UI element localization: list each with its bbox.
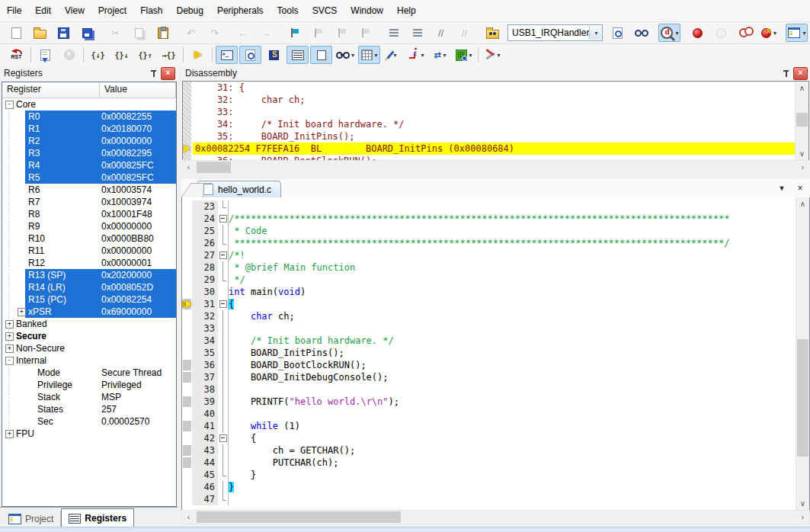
- code-line[interactable]: 45 }: [182, 469, 796, 481]
- code-line[interactable]: 25 * Code: [182, 225, 796, 237]
- register-row[interactable]: -Internal: [2, 354, 176, 367]
- register-row[interactable]: +Non-Secure: [2, 342, 176, 354]
- disassembly-vscroll-track[interactable]: [796, 95, 808, 147]
- code-line[interactable]: 34 /* Init board hardware. */: [182, 335, 796, 347]
- register-row[interactable]: PrivilegePrivileged: [2, 379, 176, 391]
- disassembly-vscrollbar[interactable]: ∧ ∨: [795, 82, 808, 160]
- code-line[interactable]: 23: [182, 200, 796, 213]
- serial-window-button[interactable]: ▾: [382, 46, 404, 64]
- system-viewer-dropdown-arrow[interactable]: ▾: [469, 52, 472, 59]
- menu-svcs[interactable]: SVCS: [306, 0, 344, 21]
- menu-flash[interactable]: Flash: [133, 0, 169, 21]
- menu-project[interactable]: Project: [91, 0, 133, 21]
- menu-peripherals[interactable]: Peripherals: [210, 0, 271, 21]
- register-row[interactable]: ModeSecure Thread: [2, 367, 176, 379]
- disassembly-vscroll-thumb[interactable]: [796, 113, 808, 127]
- register-row[interactable]: R13 (SP)0x20200000: [2, 269, 176, 281]
- disable-breakpoint-button[interactable]: [710, 24, 732, 42]
- code-line[interactable]: 39 PRINTF("hello world.\r\n");: [182, 396, 796, 408]
- register-row[interactable]: +Secure: [2, 330, 176, 342]
- run-button[interactable]: [34, 46, 56, 64]
- code-line[interactable]: 38: [182, 383, 796, 396]
- editor-hscroll-track[interactable]: [195, 511, 796, 524]
- menu-help[interactable]: Help: [390, 0, 423, 21]
- code-line[interactable]: 37 BOARD_InitDebugConsole();: [182, 371, 796, 383]
- disassembly-hscroll-thumb[interactable]: [197, 162, 231, 173]
- find-in-files-button[interactable]: [607, 24, 629, 42]
- code-line[interactable]: 41 while (1): [182, 420, 796, 432]
- fold-collapse-box[interactable]: [218, 432, 229, 444]
- close-document-icon[interactable]: ×: [793, 181, 807, 194]
- code-line[interactable]: 43 ch = GETCHAR();: [182, 444, 796, 457]
- search-word-button[interactable]: [630, 24, 652, 42]
- scroll-right-icon[interactable]: ›: [796, 511, 809, 524]
- collapse-icon[interactable]: -: [5, 101, 14, 109]
- symbol-window-button[interactable]: [263, 46, 285, 64]
- editor-hscroll-thumb[interactable]: [197, 511, 401, 523]
- code-line[interactable]: 28 * @brief Main function: [182, 261, 796, 274]
- code-line[interactable]: 29 */: [182, 274, 796, 286]
- fold-collapse-box[interactable]: [218, 298, 229, 310]
- disassembly-line[interactable]: 32: char ch;: [193, 94, 795, 106]
- call-stack-window-button[interactable]: [310, 46, 332, 64]
- run-to-cursor-button[interactable]: →{}: [158, 46, 180, 64]
- expand-icon[interactable]: +: [18, 308, 26, 316]
- register-row[interactable]: +FPU: [2, 428, 176, 440]
- insert-breakpoint-button[interactable]: [687, 24, 709, 42]
- tab-registers[interactable]: Registers: [61, 508, 134, 527]
- scroll-left-icon[interactable]: ‹: [182, 511, 195, 524]
- auto-hide-pin-icon[interactable]: [783, 69, 790, 78]
- scroll-down-icon[interactable]: ∨: [796, 147, 808, 160]
- disassembly-window-button[interactable]: [239, 46, 261, 64]
- kill-all-breakpoints-dropdown-arrow[interactable]: ▾: [773, 30, 776, 37]
- cut-button[interactable]: ✂: [104, 24, 126, 42]
- editor-vscroll-track[interactable]: [796, 210, 809, 497]
- register-row[interactable]: R90x00000000: [2, 220, 176, 232]
- expand-icon[interactable]: +: [5, 345, 14, 353]
- collapse-icon[interactable]: -: [5, 357, 14, 365]
- code-line[interactable]: 46}: [182, 481, 796, 493]
- open-file-button[interactable]: [29, 24, 51, 42]
- kill-all-breakpoints-button[interactable]: ▾: [757, 24, 780, 42]
- tab-project[interactable]: Project: [2, 511, 61, 527]
- stop-button[interactable]: [58, 46, 80, 64]
- menu-window[interactable]: Window: [344, 0, 390, 21]
- register-row[interactable]: R70x10003974: [2, 196, 176, 208]
- column-header-register[interactable]: Register: [2, 82, 100, 98]
- code-line[interactable]: 27/*!: [182, 249, 796, 261]
- fold-collapse-box[interactable]: [218, 213, 229, 225]
- menu-view[interactable]: View: [58, 0, 91, 21]
- register-row[interactable]: +xPSR0x69000000: [2, 306, 176, 318]
- next-bookmark-button[interactable]: [331, 24, 353, 42]
- unindent-button[interactable]: [383, 24, 405, 42]
- registers-window-button[interactable]: [287, 46, 309, 64]
- menu-file[interactable]: File: [0, 0, 28, 21]
- uncomment-selection-button[interactable]: //: [453, 24, 475, 42]
- find-in-files-folder-button[interactable]: [482, 24, 504, 42]
- disassembly-line[interactable]: 34: /* Init board hardware. */: [193, 118, 795, 130]
- code-line[interactable]: 36 BOARD_BootClockRUN();: [182, 359, 796, 371]
- analysis-window-button[interactable]: ▾: [405, 46, 427, 64]
- register-row[interactable]: R00x00082255: [2, 111, 176, 123]
- code-line[interactable]: 40: [182, 408, 796, 420]
- menu-edit[interactable]: Edit: [28, 0, 58, 21]
- symbol-combo[interactable]: USB1_IRQHandler▾: [507, 24, 603, 41]
- register-row[interactable]: R100x0000BB80: [2, 232, 176, 245]
- memory-window-button[interactable]: ▾: [358, 46, 380, 64]
- toolbox-button[interactable]: ▾: [482, 46, 504, 64]
- register-row[interactable]: R50x000825FC: [2, 171, 176, 184]
- toggle-bookmark-button[interactable]: [283, 24, 306, 42]
- redo-button[interactable]: ↷: [203, 24, 226, 42]
- disassembly-line[interactable]: 33:: [193, 106, 795, 118]
- register-row[interactable]: R80x10001F48: [2, 208, 176, 220]
- register-row[interactable]: StackMSP: [2, 391, 176, 403]
- register-row[interactable]: R120x00000001: [2, 257, 176, 269]
- document-list-icon[interactable]: ▼: [775, 181, 789, 194]
- registers-close-icon[interactable]: ×: [161, 67, 175, 80]
- code-line[interactable]: 42 {: [182, 432, 796, 444]
- command-window-button[interactable]: [216, 46, 238, 64]
- trace-window-dropdown-arrow[interactable]: ▾: [443, 52, 447, 59]
- reset-cpu-button[interactable]: RST: [5, 46, 27, 64]
- prev-bookmark-button[interactable]: [307, 24, 329, 42]
- register-row[interactable]: +Banked: [2, 318, 176, 330]
